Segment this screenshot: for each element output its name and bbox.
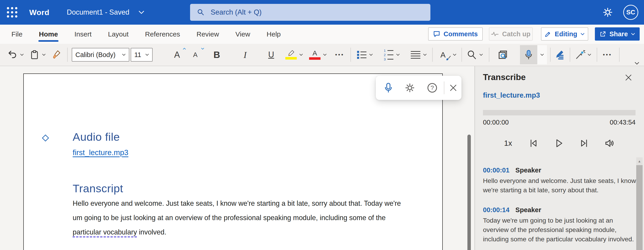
volume-button[interactable]	[602, 136, 617, 151]
transcribe-panel: Transcribe first_lecture.mp3 00:00:00 00…	[474, 66, 644, 250]
font-size-select[interactable]: 11	[131, 48, 152, 62]
catch-up-button[interactable]: Catch up	[489, 27, 533, 41]
current-time: 00:00:00	[483, 119, 509, 126]
highlight-chevron-icon[interactable]	[298, 46, 304, 64]
avatar-initials: SC	[626, 9, 635, 16]
document-page[interactable]: Audio file first_lecture.mp3 Transcript …	[23, 73, 443, 250]
magic-ink-chevron-icon[interactable]	[586, 46, 592, 64]
format-painter-button[interactable]	[51, 46, 63, 64]
immersive-reader-button[interactable]	[496, 46, 510, 64]
document-audio-link[interactable]: first_lecture.mp3	[73, 148, 128, 157]
dictate-chevron-icon[interactable]	[537, 45, 547, 64]
alignment-chevron-icon[interactable]	[422, 46, 428, 64]
dictation-help-icon[interactable]: ?	[426, 80, 438, 96]
dictation-settings-gear-icon[interactable]	[404, 80, 416, 96]
divider	[444, 81, 444, 94]
play-button[interactable]	[551, 136, 566, 151]
entry-text: Hello everyone and welcome. Just take se…	[483, 176, 636, 195]
font-color-swatch	[309, 57, 320, 60]
underline-letter: U	[268, 50, 274, 60]
tab-home[interactable]: Home	[39, 30, 58, 38]
more-font-options-icon[interactable]: •••	[334, 46, 346, 64]
panel-scrollbar-thumb[interactable]	[636, 165, 643, 250]
font-size-value: 11	[134, 51, 141, 59]
skip-forward-button[interactable]	[576, 136, 592, 151]
share-button[interactable]: Share	[595, 27, 640, 41]
pencil-icon	[544, 31, 552, 37]
spellcheck-flagged-text[interactable]: particular vocabulary	[73, 228, 137, 238]
shrink-font-button[interactable]: A	[189, 46, 202, 64]
document-heading-audio[interactable]: Audio file	[73, 130, 120, 143]
title-chevron-down-icon[interactable]	[138, 10, 144, 14]
audio-progress-bar[interactable]	[483, 110, 636, 116]
document-title[interactable]: Document1 - Saved	[67, 8, 129, 16]
document-heading-transcript[interactable]: Transcript	[73, 182, 123, 195]
playback-speed-button[interactable]: 1x	[500, 136, 516, 151]
entry-timestamp[interactable]: 00:00:01	[483, 166, 510, 174]
document-paragraph[interactable]: Hello everyone and welcome. Just take se…	[73, 196, 408, 239]
audio-file-link[interactable]: first_lecture.mp3	[483, 91, 540, 100]
panel-scrollbar[interactable]: ▲	[636, 157, 643, 250]
app-name: Word	[29, 8, 49, 17]
editor-button[interactable]	[554, 46, 566, 64]
highlight-color-button[interactable]	[284, 46, 298, 64]
collapse-ribbon-chevron-icon[interactable]	[634, 62, 640, 65]
account-avatar[interactable]: SC	[623, 5, 638, 20]
search-input[interactable]: Search (Alt + Q)	[190, 4, 430, 21]
panel-close-icon[interactable]	[623, 72, 634, 83]
undo-chevron-icon[interactable]	[19, 46, 25, 64]
find-chevron-icon[interactable]	[478, 46, 484, 64]
bullets-button[interactable]	[356, 46, 368, 64]
font-color-chevron-icon[interactable]	[322, 46, 328, 64]
tab-help[interactable]: Help	[266, 30, 281, 38]
divider	[619, 48, 620, 62]
editing-mode-button[interactable]: Editing	[541, 27, 588, 41]
skip-back-button[interactable]	[526, 136, 541, 151]
underline-button[interactable]: U	[265, 46, 277, 64]
paste-button[interactable]	[28, 46, 41, 64]
transcript-entries: 00:00:01 Speaker Hello everyone and welc…	[483, 166, 636, 250]
font-name-select[interactable]: Calibri (Body)	[72, 48, 129, 62]
dictate-button[interactable]	[520, 45, 537, 64]
scrollbar-up-arrow-icon[interactable]: ▲	[636, 157, 643, 165]
font-color-letter: A	[312, 50, 317, 57]
app-launcher-icon[interactable]	[7, 7, 17, 17]
heading-collapse-diamond-icon[interactable]	[42, 134, 49, 141]
numbering-button[interactable]: 1 2 3	[382, 46, 395, 64]
tab-references[interactable]: References	[145, 30, 180, 38]
tab-insert[interactable]: Insert	[74, 30, 92, 38]
dictation-close-icon[interactable]	[447, 80, 460, 96]
document-scrollbar-thumb[interactable]	[468, 134, 471, 250]
tab-review[interactable]: Review	[196, 30, 219, 38]
numbering-digit: 1	[384, 49, 386, 52]
entry-timestamp[interactable]: 00:00:14	[483, 206, 510, 214]
bullets-chevron-icon[interactable]	[368, 46, 374, 64]
microphone-icon[interactable]	[382, 80, 394, 96]
undo-button[interactable]	[6, 46, 19, 64]
styles-chevron-icon[interactable]	[452, 46, 458, 64]
styles-button[interactable]: A	[437, 46, 449, 64]
bold-button[interactable]: B	[211, 46, 223, 64]
tab-layout[interactable]: Layout	[108, 30, 128, 38]
paragraph-text[interactable]: Hello everyone and welcome. Just take se…	[73, 199, 401, 222]
grow-font-button[interactable]: A	[171, 46, 183, 64]
settings-gear-icon[interactable]	[602, 7, 613, 18]
numbering-chevron-icon[interactable]	[395, 46, 401, 64]
comments-button[interactable]: Comments	[428, 27, 483, 41]
alignment-button[interactable]	[410, 46, 422, 64]
paragraph-text[interactable]: involved.	[137, 228, 166, 236]
tab-view[interactable]: View	[236, 30, 250, 38]
divider	[350, 48, 351, 62]
italic-button[interactable]: I	[239, 46, 251, 64]
divider	[597, 48, 597, 62]
bold-letter: B	[214, 50, 220, 60]
comment-icon	[433, 31, 440, 37]
paste-chevron-icon[interactable]	[41, 46, 47, 64]
tab-file[interactable]: File	[12, 30, 22, 38]
magic-ink-button[interactable]	[574, 46, 586, 64]
font-name-value: Calibri (Body)	[76, 51, 116, 59]
font-color-button[interactable]: A	[308, 46, 322, 64]
find-button[interactable]	[466, 46, 478, 64]
ribbon-overflow-button[interactable]: •••	[601, 46, 614, 64]
divider	[462, 48, 462, 62]
